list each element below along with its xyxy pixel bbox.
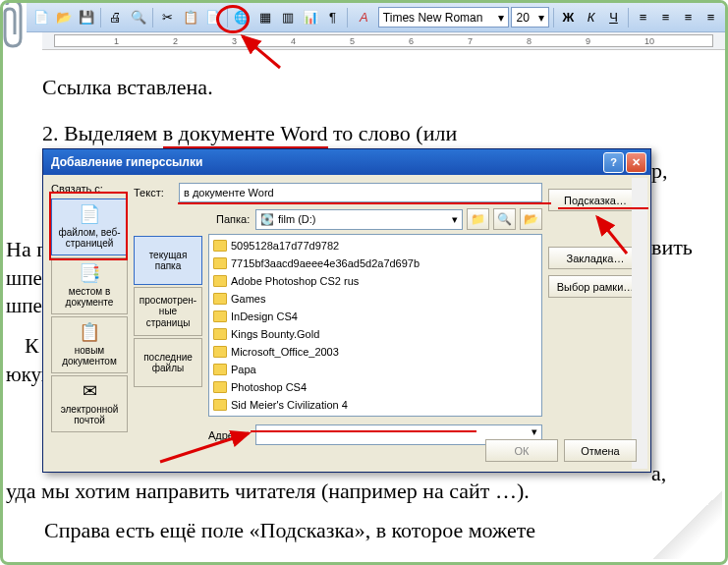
doc-line-2: 2. Выделяем в документе Word то слово (и… [42, 116, 686, 150]
insert-button[interactable]: ▥ [277, 7, 298, 28]
align-center-button[interactable]: ≡ [655, 7, 676, 28]
link-place-doc[interactable]: 📑 местом в документе [51, 257, 128, 314]
help-button[interactable]: ? [603, 152, 624, 173]
link-email[interactable]: ✉ электронной почтой [51, 375, 128, 432]
browse-file-button[interactable]: 📂 [520, 208, 542, 230]
folder-icon [213, 275, 227, 287]
font-name-value: Times New Roman [383, 11, 483, 25]
tab-browsed-pages[interactable]: просмотрен-ные страницы [134, 287, 202, 336]
copy-button[interactable]: 📋 [180, 7, 200, 28]
annotation-underline-address [251, 430, 476, 432]
page-curl [653, 490, 722, 559]
tab-recent-files[interactable]: последние файлы [134, 338, 202, 387]
new-doc-icon: 📋 [79, 322, 100, 343]
doc-frag-r3: а, [651, 461, 666, 486]
browse-web-button[interactable]: 🔍 [493, 208, 516, 230]
file-item[interactable]: 7715bf3aacd9aeee4e36ad5d2a7d697b [211, 254, 539, 272]
folder-icon [213, 293, 227, 305]
email-icon: ✉ [83, 381, 97, 402]
doc-line-post: уда мы хотим направить читателя (наприме… [6, 479, 530, 504]
file-item[interactable]: Microsoft_Office_2003 [211, 343, 539, 361]
doc-line-6: Справа есть ещё поле «Подсказка», в кото… [44, 518, 535, 543]
folder-value: film (D:) [278, 213, 316, 225]
open-button[interactable]: 📂 [53, 7, 74, 28]
folder-label: Папка: [216, 213, 252, 225]
file-listbox[interactable]: 5095128a17d77d97827715bf3aacd9aeee4e36ad… [208, 234, 542, 417]
file-item[interactable]: InDesign CS4 [211, 308, 539, 325]
align-right-button[interactable]: ≡ [678, 7, 699, 28]
para-button[interactable]: ¶ [322, 7, 343, 28]
dialog-title: Добавление гиперссылки [51, 155, 202, 169]
preview-button[interactable]: 🔍 [128, 7, 148, 28]
cancel-button[interactable]: Отмена [564, 439, 637, 462]
font-size-value: 20 [516, 11, 529, 25]
folder-icon [213, 311, 227, 322]
underline-button[interactable]: Ч [603, 7, 624, 28]
doc-line-1: Ссылка вставлена. [42, 70, 686, 104]
bold-button[interactable]: Ж [558, 7, 579, 28]
file-item[interactable]: Sid Meier's Civilization 4 [211, 396, 539, 414]
folder-icon [213, 328, 227, 340]
align-left-button[interactable]: ≡ [633, 7, 653, 28]
link-new-doc[interactable]: 📋 новым документом [51, 316, 128, 373]
justify-button[interactable]: ≡ [700, 7, 721, 28]
font-name-select[interactable]: Times New Roman ▾ [378, 7, 510, 28]
save-button[interactable]: 💾 [76, 7, 96, 28]
ok-button[interactable]: ОК [485, 439, 558, 462]
folder-select[interactable]: 💽 film (D:) ▾ [255, 209, 463, 230]
text-input[interactable] [179, 183, 542, 202]
folder-icon [213, 364, 227, 375]
print-button[interactable]: 🖨 [105, 7, 126, 28]
file-item[interactable]: Photoshop CS4 [211, 378, 539, 396]
annotation-arrow-address [150, 427, 268, 467]
folder-icon [213, 346, 227, 358]
doc-frag-r2: вить [651, 235, 693, 260]
tab-current-folder[interactable]: текущая папка [134, 236, 202, 285]
place-doc-icon: 📑 [79, 263, 100, 284]
annotation-arrow-1 [231, 30, 290, 70]
paperclip-decoration [0, 0, 28, 50]
file-item[interactable]: Adobe Photoshop CS2 rus [211, 272, 539, 290]
dialog-titlebar: Добавление гиперссылки ? ✕ [43, 149, 650, 175]
folder-icon [213, 381, 227, 393]
file-item[interactable]: Papa [211, 361, 539, 378]
font-color-button[interactable]: A [352, 7, 376, 28]
annotation-arrow-hint [583, 209, 642, 258]
file-item[interactable]: Games [211, 290, 539, 308]
annotation-box-linkto [49, 192, 128, 260]
document-body: Ссылка вставлена. 2. Выделяем в документ… [3, 50, 725, 150]
table-button[interactable]: ▦ [254, 7, 275, 28]
annotation-underline-text [178, 202, 551, 204]
toolbar: 📄 📂 💾 🖨 🔍 ✂ 📋 📄 🌐 ▦ ▥ 📊 ¶ A Times New Ro… [27, 3, 725, 32]
folder-icon [213, 257, 227, 269]
cut-button[interactable]: ✂ [157, 7, 178, 28]
doc-frag-l4: К [25, 333, 39, 359]
frame-button[interactable]: Выбор рамки… [548, 275, 643, 298]
doc-frag-r1: р, [651, 158, 668, 184]
italic-button[interactable]: К [581, 7, 601, 28]
file-item[interactable]: Kings Bounty.Gold [211, 325, 539, 343]
ruler: 1 2 3 4 5 6 7 8 9 10 [42, 32, 725, 50]
chart-button[interactable]: 📊 [300, 7, 320, 28]
hyperlink-dialog: Добавление гиперссылки ? ✕ Связать с: 📄 … [42, 148, 651, 473]
file-item[interactable]: 5095128a17d77d9782 [211, 237, 539, 254]
close-button[interactable]: ✕ [626, 152, 646, 173]
folder-icon [213, 240, 227, 252]
annotation-circle [216, 5, 250, 33]
new-doc-button[interactable]: 📄 [30, 7, 51, 28]
up-folder-button[interactable]: 📁 [467, 208, 489, 230]
text-label: Текст: [134, 187, 173, 198]
folder-icon [213, 399, 227, 411]
font-size-select[interactable]: 20 ▾ [511, 7, 549, 28]
